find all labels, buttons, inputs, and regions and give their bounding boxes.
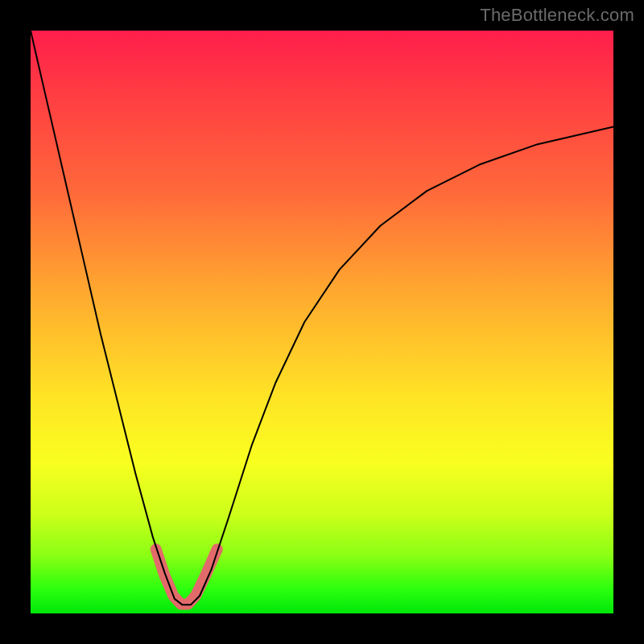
chart-frame: TheBottleneck.com — [0, 0, 644, 644]
plot-overlay — [31, 31, 613, 613]
series-curve — [31, 31, 613, 605]
watermark-text: TheBottleneck.com — [480, 5, 634, 26]
